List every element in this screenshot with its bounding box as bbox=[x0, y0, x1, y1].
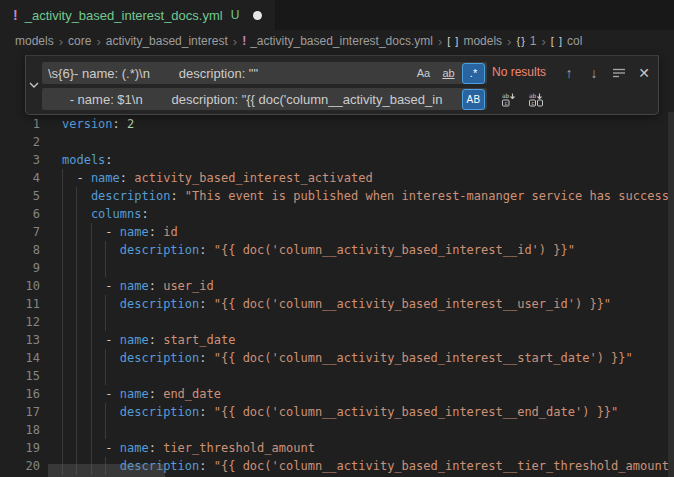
breadcrumb-item--activity-based-interest-docs-yml[interactable]: !_activity_based_interest_docs.yml bbox=[242, 34, 433, 48]
replace-input[interactable]: - name: $1\n description: "{{ doc('colum… bbox=[42, 88, 487, 110]
modified-dot-icon[interactable] bbox=[253, 11, 262, 20]
replace-all-button[interactable]: ab c bbox=[526, 89, 546, 109]
vertical-scrollbar[interactable] bbox=[668, 112, 674, 477]
token-pun: - bbox=[105, 387, 119, 401]
line-number[interactable]: 14 bbox=[0, 349, 62, 367]
breadcrumb-label: models bbox=[463, 34, 502, 48]
symbol-object-icon: {} bbox=[516, 35, 525, 47]
token-key: name bbox=[120, 225, 149, 239]
token-str: "{{ doc('column__activity_based_interest… bbox=[207, 405, 619, 419]
code-line[interactable]: 7- name: id bbox=[0, 223, 674, 241]
svg-text:ab: ab bbox=[529, 92, 537, 99]
code-line[interactable]: 14description: "{{ doc('column__activity… bbox=[0, 349, 674, 367]
code-line[interactable]: 6columns: bbox=[0, 205, 674, 223]
token-pun: : bbox=[141, 207, 148, 221]
close-icon[interactable]: ✕ bbox=[635, 64, 653, 82]
token-str: "{{ doc('column__activity_based_interest… bbox=[207, 297, 612, 311]
token-str: end_date bbox=[156, 387, 221, 401]
replace-input-value: - name: $1\n description: "{{ doc('colum… bbox=[42, 92, 462, 107]
breadcrumb-item-activity-based-interest[interactable]: activity_based_interest bbox=[106, 34, 228, 48]
breadcrumb-item-models[interactable]: models bbox=[15, 34, 54, 48]
find-input[interactable]: \s{6}- name: (.*)\n description: "" Aaab… bbox=[42, 62, 487, 84]
find-input-value: \s{6}- name: (.*)\n description: "" bbox=[42, 66, 412, 81]
token-str: activity_based_interest_activated bbox=[127, 171, 373, 185]
token-key: description bbox=[120, 297, 199, 311]
breadcrumb-item-1[interactable]: {}1 bbox=[516, 34, 536, 48]
breadcrumb-item-models[interactable]: [ ]models bbox=[447, 34, 502, 48]
code-line[interactable]: 2 bbox=[0, 133, 674, 151]
token-key: description bbox=[120, 351, 199, 365]
token-pun: : bbox=[199, 459, 206, 473]
line-number[interactable]: 13 bbox=[0, 331, 62, 349]
code-line[interactable]: 10- name: user_id bbox=[0, 277, 674, 295]
code-editor[interactable]: 1version: 223models:4- name: activity_ba… bbox=[0, 112, 674, 477]
line-number[interactable]: 17 bbox=[0, 403, 62, 421]
token-pun: : bbox=[105, 153, 112, 167]
token-pun: : bbox=[149, 225, 156, 239]
code-line[interactable]: 12 bbox=[0, 313, 674, 331]
line-number[interactable]: 7 bbox=[0, 223, 62, 241]
symbol-array-icon: [ ] bbox=[447, 35, 459, 47]
line-number[interactable]: 8 bbox=[0, 241, 62, 259]
tab-activity-based-interest-docs[interactable]: ! _activity_based_interest_docs.yml U bbox=[0, 0, 276, 30]
previous-match-button[interactable]: ↑ bbox=[560, 64, 578, 82]
whole-word-toggle[interactable]: ab bbox=[437, 63, 460, 84]
indent-guides bbox=[62, 403, 120, 421]
line-number[interactable]: 5 bbox=[0, 187, 62, 205]
code-line[interactable]: 18 bbox=[0, 421, 674, 439]
token-pun: : bbox=[149, 441, 156, 455]
code-line[interactable]: 15 bbox=[0, 367, 674, 385]
code-line[interactable]: 5description: "This event is published w… bbox=[0, 187, 674, 205]
find-replace-widget: \s{6}- name: (.*)\n description: "" Aaab… bbox=[25, 55, 659, 115]
token-pun: - bbox=[105, 441, 119, 455]
code-line[interactable]: 9 bbox=[0, 259, 674, 277]
line-number[interactable]: 15 bbox=[0, 367, 62, 385]
line-number[interactable]: 4 bbox=[0, 169, 62, 187]
next-match-button[interactable]: ↓ bbox=[585, 64, 603, 82]
find-options: Aaab.* bbox=[412, 63, 485, 84]
yml-file-icon: ! bbox=[13, 8, 18, 22]
token-pun: : bbox=[199, 351, 206, 365]
token-key: columns bbox=[91, 207, 142, 221]
line-number[interactable]: 6 bbox=[0, 205, 62, 223]
line-number[interactable]: 11 bbox=[0, 295, 62, 313]
toggle-replace-chevron-icon[interactable] bbox=[26, 56, 41, 114]
breadcrumb-separator-icon: › bbox=[505, 34, 513, 49]
code-line[interactable]: 8description: "{{ doc('column__activity_… bbox=[0, 241, 674, 259]
line-number[interactable]: 16 bbox=[0, 385, 62, 403]
line-number[interactable]: 9 bbox=[0, 259, 62, 277]
replace-button[interactable]: ab c bbox=[498, 89, 518, 109]
token-pun: : bbox=[120, 171, 127, 185]
find-in-selection-icon[interactable] bbox=[610, 64, 628, 82]
line-number[interactable]: 10 bbox=[0, 277, 62, 295]
line-number[interactable]: 18 bbox=[0, 421, 62, 439]
use-regex-toggle[interactable]: .* bbox=[462, 63, 485, 84]
line-number[interactable]: 19 bbox=[0, 439, 62, 457]
indent-guides bbox=[62, 241, 120, 259]
line-number[interactable]: 12 bbox=[0, 313, 62, 331]
code-line[interactable]: 13- name: start_date bbox=[0, 331, 674, 349]
line-number[interactable]: 3 bbox=[0, 151, 62, 169]
svg-text:c: c bbox=[531, 100, 534, 106]
line-number[interactable]: 1 bbox=[0, 115, 62, 133]
token-key: name bbox=[91, 171, 120, 185]
preserve-case-toggle[interactable]: AB bbox=[462, 89, 485, 110]
code-line[interactable]: 16- name: end_date bbox=[0, 385, 674, 403]
code-line[interactable]: 11description: "{{ doc('column__activity… bbox=[0, 295, 674, 313]
tab-title: _activity_based_interest_docs.yml bbox=[25, 8, 223, 23]
line-number[interactable]: 2 bbox=[0, 133, 62, 151]
indent-guides bbox=[62, 277, 105, 295]
code-line[interactable]: 17description: "{{ doc('column__activity… bbox=[0, 403, 674, 421]
token-pun: : bbox=[199, 297, 206, 311]
token-pun: : bbox=[170, 189, 177, 203]
breadcrumb-item-core[interactable]: core bbox=[68, 34, 91, 48]
horizontal-scrollbar[interactable] bbox=[48, 464, 165, 477]
match-case-toggle[interactable]: Aa bbox=[412, 63, 435, 84]
code-line[interactable]: 4- name: activity_based_interest_activat… bbox=[0, 169, 674, 187]
code-line[interactable]: 19- name: tier_threshold_amount bbox=[0, 439, 674, 457]
code-line[interactable]: 1version: 2 bbox=[0, 115, 674, 133]
indent-guides bbox=[62, 223, 105, 241]
yml-icon: ! bbox=[242, 34, 246, 48]
breadcrumb-item-col[interactable]: [ ]col bbox=[551, 34, 583, 48]
code-line[interactable]: 3models: bbox=[0, 151, 674, 169]
